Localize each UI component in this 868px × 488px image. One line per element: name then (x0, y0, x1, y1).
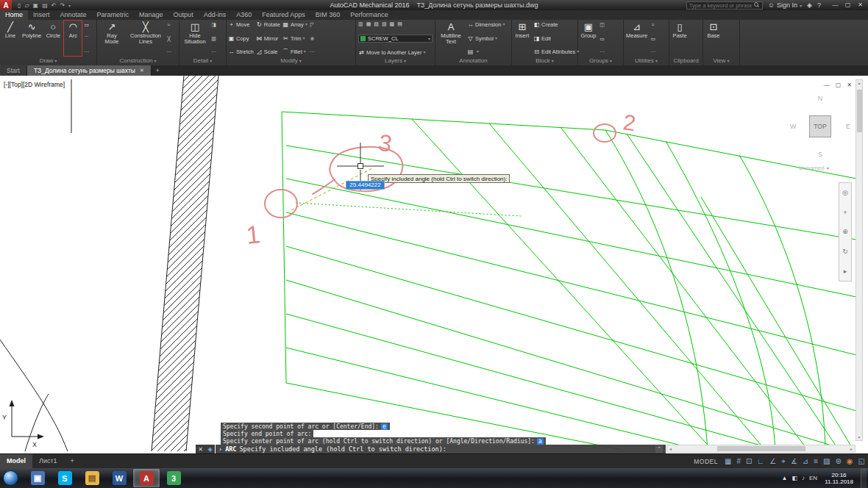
layer-tool-icon[interactable]: ▥ (358, 21, 363, 27)
vp-close-icon[interactable]: ✕ (847, 82, 852, 88)
tab-insert[interactable]: Insert (28, 10, 55, 20)
language-indicator[interactable]: EN (809, 475, 817, 481)
scale-button[interactable]: ◿Scale (256, 49, 280, 55)
detail-panel-label[interactable]: Detail▾ (179, 57, 226, 65)
move-to-layer-button[interactable]: ⇄ Move to Another Layer ▾ (358, 49, 433, 56)
space-indicator[interactable]: MODEL (694, 458, 718, 465)
view-panel-label[interactable]: View▾ (703, 57, 739, 65)
draw-panel-label[interactable]: Draw▾ (0, 57, 96, 65)
dimension-button[interactable]: ↔Dimension▾ (467, 21, 505, 28)
viewcube-north[interactable]: N (818, 95, 823, 102)
showmotion-icon[interactable]: ▸ (844, 268, 847, 275)
ortho-icon[interactable]: ∟ (757, 454, 764, 469)
redo-icon[interactable]: ↷ (60, 2, 65, 9)
construction-lines-button[interactable]: ╳ Construction Lines (127, 21, 164, 56)
zoom-icon[interactable]: ⊕ (842, 228, 848, 235)
close-tab-icon[interactable]: ✕ (140, 65, 144, 76)
group-button[interactable]: ▣ Group (580, 21, 597, 56)
erase-icon[interactable]: ◸ (310, 21, 315, 28)
clean-screen-icon[interactable]: ◱ (858, 454, 865, 469)
layers-panel-label[interactable]: Layers▾ (356, 57, 435, 65)
layout-tab[interactable]: Лист1 (32, 454, 64, 469)
exchange-apps-icon[interactable]: ◈ (807, 1, 812, 9)
close-button[interactable]: ✕ (854, 0, 867, 10)
viewcube-east[interactable]: E (846, 123, 850, 130)
bom-button[interactable]: ▤▾ (467, 49, 505, 55)
start-button[interactable] (3, 470, 18, 486)
more-groups-icon[interactable]: ⋯ (600, 49, 605, 55)
workspace-gear-icon[interactable]: ⊛ (835, 454, 841, 469)
search-input[interactable] (689, 2, 752, 9)
layer-dropdown[interactable]: SCREW_CL ▾ (358, 35, 433, 43)
minimize-button[interactable]: — (829, 0, 842, 10)
tab-parametric[interactable]: Parametric (92, 10, 135, 20)
hide-situation-button[interactable]: ◫ Hide Situation (181, 21, 209, 56)
more-construction-icon[interactable]: ⋯ (166, 49, 171, 55)
more-modify-icon[interactable]: ⋯ (310, 49, 315, 55)
tab-bim360[interactable]: BIM 360 (310, 10, 346, 20)
rotate-button[interactable]: ↻Rotate (256, 21, 280, 28)
edit-attributes-button[interactable]: ⊟Edit Attributes▾ (533, 49, 579, 55)
create-block-button[interactable]: ◧Create (533, 21, 579, 28)
tab-home[interactable]: Home (0, 10, 28, 20)
base-view-button[interactable]: ⊡ Base (705, 21, 722, 56)
taskbar-app-green[interactable]: 3 (160, 469, 187, 487)
scroll-up-icon[interactable]: ▲ (858, 81, 861, 85)
horizontal-scroll-thumb[interactable] (717, 446, 805, 451)
object-snap-tracking-icon[interactable]: ∡ (791, 454, 797, 469)
isolate-objects-icon[interactable]: ◉ (847, 454, 853, 469)
detail-tool-icon[interactable]: ▥ (211, 35, 216, 42)
arc-flyout-icon[interactable]: ⌒ (84, 35, 89, 42)
taskbar-explorer[interactable]: ▣ (24, 469, 51, 487)
edit-block-button[interactable]: ◨Edit (533, 35, 579, 42)
layer-tool-icon[interactable]: ▩ (390, 21, 395, 27)
drawing-canvas[interactable]: Y X 1 3 2 [-][Top] (0, 76, 868, 453)
help-icon[interactable]: ? (817, 1, 821, 9)
sign-in-button[interactable]: ☺ Sign In ▾ (768, 1, 802, 9)
layer-tool-icon[interactable]: ▧ (374, 21, 379, 27)
network-icon[interactable]: ◧ (791, 475, 797, 481)
polyline-button[interactable]: ∿ Polyline (21, 21, 42, 56)
customize-icon[interactable]: ◈ (208, 446, 213, 453)
infer-constraints-icon[interactable]: ⊡ (746, 454, 752, 469)
qat-dropdown-icon[interactable]: ▾ (68, 3, 71, 8)
open-icon[interactable]: ▱ (24, 2, 29, 9)
mirror-button[interactable]: ⋈Mirror (256, 35, 280, 42)
plot-icon[interactable]: ▤ (42, 2, 48, 9)
grid-icon[interactable]: ▦ (725, 454, 731, 469)
save-icon[interactable]: ▣ (33, 2, 39, 9)
taskbar-autocad[interactable]: A (133, 469, 160, 487)
angle-value-input[interactable]: 25.4494222 (346, 181, 385, 190)
vertical-scroll-thumb[interactable] (857, 90, 862, 132)
model-tab[interactable]: Model (0, 454, 32, 469)
more-utilities-icon[interactable]: ⋯ (650, 49, 655, 55)
vertical-scrollbar[interactable]: ▲ ▼ (855, 79, 863, 441)
group-edit-icon[interactable]: ◫ (600, 21, 605, 28)
viewcube-south[interactable]: S (818, 151, 822, 158)
vp-restore-icon[interactable]: ▢ (836, 82, 842, 88)
show-desktop-button[interactable] (861, 468, 867, 488)
vp-minimize-icon[interactable]: — (824, 82, 830, 88)
view-name-control[interactable]: Unnamed ▾ (799, 165, 829, 171)
ray-mode-button[interactable]: ↗ Ray Mode (99, 21, 125, 56)
object-snap-icon[interactable]: ⌖ (781, 454, 786, 469)
detail-tool-icon[interactable]: ◨ (211, 21, 216, 28)
expand-history-icon[interactable]: ^ (655, 445, 663, 453)
file-tab-start[interactable]: Start (0, 65, 27, 76)
modify-panel-label[interactable]: Modify▾ (227, 57, 355, 65)
fillet-button[interactable]: ⌒Fillet▾ (282, 49, 307, 55)
copy-button[interactable]: ▣Copy (228, 35, 254, 42)
quick-calc-icon[interactable]: ≈ (650, 21, 655, 28)
scroll-right-icon[interactable]: ► (850, 447, 853, 451)
tab-annotate[interactable]: Annotate (55, 10, 92, 20)
tab-a360[interactable]: A360 (231, 10, 257, 20)
close-command-icon[interactable]: ✕ (198, 446, 203, 453)
paste-button[interactable]: ▯ Paste (671, 21, 689, 56)
dynamic-input-icon[interactable]: ⊿ (803, 454, 808, 469)
annotation-panel-label[interactable]: Annotation (435, 57, 511, 65)
scroll-left-icon[interactable]: ◄ (669, 447, 672, 451)
ungroup-icon[interactable]: ▭ (600, 35, 605, 42)
arc-button[interactable]: ◠ Arc (64, 21, 82, 56)
orbit-icon[interactable]: ↻ (842, 248, 848, 255)
lineweight-icon[interactable]: ≡ (814, 454, 818, 469)
